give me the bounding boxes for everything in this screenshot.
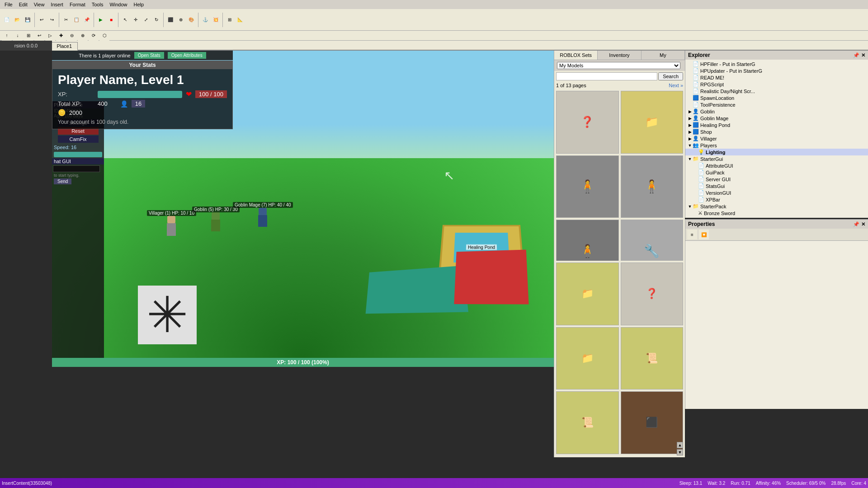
menu-file[interactable]: File — [2, 1, 15, 8]
open-stats-button[interactable]: Open Stats — [134, 52, 164, 59]
tree-item-9[interactable]: ▶🟦Healing Pond — [685, 122, 868, 128]
toolbar2-btn4[interactable]: ↩ — [34, 31, 44, 41]
send-button[interactable]: Send — [54, 178, 71, 184]
toolbar-save[interactable]: 💾 — [23, 15, 33, 25]
tree-item-8[interactable]: ▶👤Goblin Mage — [685, 115, 868, 122]
tree-item-14[interactable]: ▼📁StarterGui — [685, 155, 868, 162]
model-item-4[interactable]: 🧍 — [621, 155, 684, 218]
toolbar-cut[interactable]: ✂ — [61, 15, 71, 25]
tree-toggle[interactable]: ▶ — [687, 109, 693, 114]
menu-insert[interactable]: Insert — [48, 1, 66, 8]
toolbar-snap[interactable]: 📐 — [235, 15, 245, 25]
search-button[interactable]: Search — [658, 72, 683, 80]
toolbar-stop[interactable]: ■ — [106, 15, 116, 25]
toolbar-collision[interactable]: 💥 — [211, 15, 221, 25]
tree-item-0[interactable]: 📄HPFiller - Put in StarterG — [685, 61, 868, 67]
tree-item-3[interactable]: 📄RPGScript — [685, 81, 868, 88]
toolbar-material[interactable]: 🎨 — [186, 15, 196, 25]
menu-format[interactable]: Format — [67, 1, 88, 8]
tree-toggle[interactable]: ▼ — [687, 143, 693, 148]
tree-item-23[interactable]: 📄Debns — [685, 216, 868, 217]
model-item-10[interactable]: ❓ — [621, 263, 684, 325]
toolbar-anchor[interactable]: ⚓ — [200, 15, 210, 25]
toolbar2-btn3[interactable]: ⊞ — [24, 31, 33, 41]
tree-item-6[interactable]: 📄ToolPersistence — [685, 101, 868, 108]
menu-tools[interactable]: Tools — [89, 1, 106, 8]
model-item-5[interactable]: 🧍 — [556, 220, 619, 261]
chat-input[interactable] — [53, 165, 100, 172]
toolbar-part[interactable]: ⬛ — [165, 15, 175, 25]
tree-item-10[interactable]: ▶🟦Shop — [685, 128, 868, 135]
toolbar-new[interactable]: 📄 — [2, 15, 12, 25]
tree-item-19[interactable]: 📄VersionGUI — [685, 189, 868, 196]
scroll-down[interactable]: ▼ — [677, 449, 683, 455]
model-item-9[interactable]: 📁 — [556, 263, 619, 325]
toolbar2-btn2[interactable]: ↓ — [13, 31, 23, 41]
toolbar2-btn1[interactable]: ↑ — [2, 31, 12, 41]
model-item-12[interactable]: 📜 — [621, 327, 684, 390]
tree-item-16[interactable]: 📄GuiPack — [685, 169, 868, 176]
model-item-2[interactable]: 📁 — [621, 91, 684, 154]
tree-item-13[interactable]: 💡Lighting — [685, 149, 868, 155]
my-tab[interactable]: My — [642, 51, 685, 60]
tree-item-21[interactable]: ▼📁StarterPack — [685, 203, 868, 210]
toolbar-rotate[interactable]: ↻ — [151, 15, 161, 25]
model-item-14[interactable]: ⬛ — [621, 391, 684, 454]
toolbar2-btn6[interactable]: ✚ — [56, 31, 66, 41]
next-btn[interactable]: Next » — [669, 83, 683, 88]
menu-edit[interactable]: Edit — [16, 1, 30, 8]
tab-place[interactable]: Place1 — [51, 42, 78, 51]
toolbar2-btn5[interactable]: ▷ — [45, 31, 55, 41]
props-filter[interactable]: 🔽 — [699, 230, 709, 239]
tree-toggle[interactable]: ▼ — [687, 204, 693, 209]
toolbar-grid[interactable]: ⊞ — [225, 15, 235, 25]
toolbar-undo[interactable]: ↩ — [37, 15, 47, 25]
toolbar-select[interactable]: ↖ — [120, 15, 130, 25]
inventory-tab[interactable]: Inventory — [598, 51, 641, 60]
toolbar-copy[interactable]: 📋 — [71, 15, 81, 25]
toolbar-open[interactable]: 📂 — [12, 15, 22, 25]
props-sort[interactable]: ≡ — [687, 230, 697, 239]
tree-item-5[interactable]: 🟦SpawnLocation — [685, 94, 868, 101]
menu-view[interactable]: View — [31, 1, 47, 8]
tree-item-15[interactable]: 📄AttributeGUI — [685, 162, 868, 169]
toolbar-move[interactable]: ✛ — [131, 15, 141, 25]
explorer-close[interactable]: ✕ — [861, 52, 865, 58]
tree-toggle[interactable]: ▶ — [687, 123, 693, 127]
tree-item-18[interactable]: 📄StatsGui — [685, 183, 868, 189]
toolbar2-btn7[interactable]: ⊖ — [67, 31, 77, 41]
model-item-3[interactable]: 🧍 — [556, 155, 619, 218]
model-item-6[interactable]: 🔧 — [621, 220, 684, 261]
properties-close[interactable]: ✕ — [861, 221, 865, 227]
tree-toggle[interactable]: ▶ — [687, 136, 693, 141]
tree-item-2[interactable]: 📄READ ME! — [685, 74, 868, 81]
toolbar2-btn9[interactable]: ⟳ — [89, 31, 99, 41]
model-item-11[interactable]: 📁 — [556, 327, 619, 390]
tree-item-7[interactable]: ▶👤Goblin — [685, 108, 868, 115]
tree-item-20[interactable]: 📄XPBar — [685, 196, 868, 203]
toolbar-play[interactable]: ▶ — [96, 15, 106, 25]
explorer-pin[interactable]: 📌 — [853, 52, 859, 58]
model-item-1[interactable]: ❓ — [556, 91, 619, 154]
menu-window[interactable]: Window — [107, 1, 130, 8]
tree-item-11[interactable]: ▶👤Villager — [685, 135, 868, 142]
tree-item-12[interactable]: ▼👥Players — [685, 142, 868, 149]
tree-item-1[interactable]: 📄HPUpdater - Put in StarterG — [685, 67, 868, 74]
model-dropdown[interactable]: My Models — [557, 62, 680, 69]
toolbar-scale[interactable]: ⤢ — [141, 15, 151, 25]
open-attributes-button[interactable]: Open Attributes — [168, 52, 206, 59]
toolbar-redo[interactable]: ↪ — [47, 15, 57, 25]
camfix-button[interactable]: CamFix — [58, 136, 99, 143]
tree-item-17[interactable]: 📄Server GUI — [685, 176, 868, 183]
tree-toggle[interactable]: ▶ — [687, 116, 693, 121]
tree-item-4[interactable]: 📄Realistic Day/Night Scr... — [685, 88, 868, 94]
toolbar2-btn10[interactable]: ⬡ — [99, 31, 109, 41]
properties-pin[interactable]: 📌 — [853, 221, 859, 227]
tree-item-22[interactable]: ⚔Bronze Sword — [685, 210, 868, 216]
tree-toggle[interactable]: ▶ — [687, 130, 693, 134]
menu-help[interactable]: Help — [131, 1, 147, 8]
roblox-sets-tab[interactable]: ROBLOX Sets — [554, 51, 598, 60]
model-item-13[interactable]: 📜 — [556, 391, 619, 454]
toolbar2-btn8[interactable]: ⊕ — [78, 31, 88, 41]
toolbar-union[interactable]: ⊕ — [176, 15, 186, 25]
